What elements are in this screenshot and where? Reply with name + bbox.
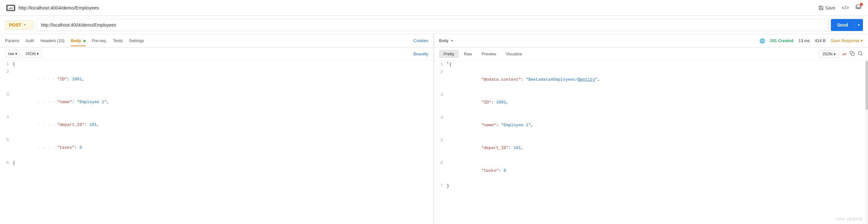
main-layout: Params Auth Headers (10) Body Pre-req. T… [0,34,868,224]
globe-icon: 🌐 [760,38,765,43]
top-bar-right: Save </> [818,4,862,11]
top-bar: HTTP http://localhost:4004/demo/Employee… [0,0,868,16]
app-icon: HTTP [6,5,15,11]
send-label: Send [831,23,855,28]
response-view-tabs: Pretty Raw Preview Visualize [439,50,527,58]
response-size: 414 B [815,38,826,43]
send-arrow-icon: ▾ [855,23,863,27]
response-format-bar: Pretty Raw Preview Visualize JSON ▾ ⇌ [434,47,868,61]
scrollbar-thumb [865,61,868,110]
resp-code-line-7: 7 } [434,182,868,190]
svg-line-5 [861,54,862,55]
status-badge: 201 Created [770,38,794,43]
response-time: 13 ms [799,38,810,43]
tab-settings[interactable]: Settings [129,35,144,46]
filter-icon[interactable]: ⇌ [842,51,846,57]
notification-icon[interactable] [855,4,862,11]
tab-auth[interactable]: Auth [26,35,34,46]
svg-text:HTTP: HTTP [8,7,13,9]
resp-code-line-1: 1 ∨ { [434,61,868,68]
notification-badge [860,3,863,6]
code-line-4: 4 · · · · "depart_ID": 101, [0,114,433,136]
url-input[interactable] [36,19,828,31]
tab-body[interactable]: Body [71,35,85,46]
save-response-button[interactable]: Save Response ▾ [831,38,863,43]
url-bar: POST ▼ Send ▾ [0,16,868,34]
body-dot [83,40,86,42]
tab-params[interactable]: Params [5,35,19,46]
search-icon[interactable] [858,51,863,57]
json-select[interactable]: JSON ▾ [23,50,41,58]
save-top-button[interactable]: Save [818,5,835,10]
response-body-tab[interactable]: Body ▾ [439,38,453,43]
request-code-area[interactable]: 1 { 2 · · · · "ID": 1001, 3 · · · · "nam… [0,61,433,224]
left-panel: Params Auth Headers (10) Body Pre-req. T… [0,34,434,224]
send-button[interactable]: Send ▾ [831,19,863,31]
response-status-area: 🌐 201 Created 13 ms 414 B Save Response … [760,38,863,43]
json-chevron-icon: ▾ [37,51,39,56]
raw-select[interactable]: raw ▾ [5,50,20,58]
method-selector[interactable]: POST ▼ [5,20,34,30]
response-json-select[interactable]: JSON ▾ [819,50,839,58]
resp-json-chevron-icon: ▾ [834,52,836,56]
code-line-2: 2 · · · · "ID": 1001, [0,68,433,91]
save-top-label: Save [825,5,835,10]
resp-code-line-4: 4 "name": "Employee 1", [434,114,868,137]
right-panel: Body ▾ 🌐 201 Created 13 ms 414 B Save Re… [434,34,868,224]
response-format-right: JSON ▾ ⇌ [819,50,863,58]
resp-tab-preview[interactable]: Preview [477,50,501,58]
resp-code-line-5: 5 "depart_ID": 101, [434,137,868,159]
resp-tab-pretty[interactable]: Pretty [439,50,459,58]
code-line-1: 1 { [0,61,433,68]
beautify-button[interactable]: Beautify [413,51,428,56]
request-format-bar: raw ▾ JSON ▾ Beautify [0,47,433,61]
resp-tab-raw[interactable]: Raw [459,50,476,58]
copy-icon[interactable] [849,51,855,57]
cookies-link[interactable]: Cookies [413,38,428,43]
method-label: POST [9,23,21,28]
code-line-6: 6 } [0,159,433,167]
code-line-5: 5 · · · · "tasks": 0 [0,136,433,159]
response-code-area[interactable]: 1 ∨ { 2 "@odata.context": "$metadata#Emp… [434,61,868,224]
collapse-arrow-icon[interactable]: ∨ [447,61,448,65]
resp-tab-visualize[interactable]: Visualize [501,50,527,58]
method-chevron-icon: ▼ [23,23,26,27]
raw-chevron-icon: ▾ [15,51,17,56]
tab-tests[interactable]: Tests [113,35,123,46]
request-tab-bar: Params Auth Headers (10) Body Pre-req. T… [0,34,433,47]
save-response-chevron-icon: ▾ [861,38,863,43]
watermark: CSDN @养鱼种菜 [836,217,863,221]
code-icon[interactable]: </> [842,5,849,11]
svg-rect-3 [851,53,855,56]
tab-headers[interactable]: Headers (10) [40,35,65,46]
format-left: raw ▾ JSON ▾ [5,50,41,58]
resp-code-line-6: 6 "tasks": 0 [434,159,868,182]
top-bar-title: http://localhost:4004/demo/Employees [19,5,99,10]
svg-point-4 [859,51,862,55]
response-body-chevron-icon: ▾ [451,39,453,42]
tab-prereq[interactable]: Pre-req. [92,35,107,46]
top-bar-left: HTTP http://localhost:4004/demo/Employee… [6,5,99,11]
response-tab-bar: Body ▾ 🌐 201 Created 13 ms 414 B Save Re… [434,34,868,47]
code-line-3: 3 · · · · "name": "Employee 1", [0,91,433,114]
resp-code-line-3: 3 "ID": 1001, [434,91,868,114]
response-body-label: Body [439,38,448,43]
resp-code-line-2: 2 "@odata.context": "$metadata#Employees… [434,68,868,91]
scrollbar[interactable] [865,61,868,224]
